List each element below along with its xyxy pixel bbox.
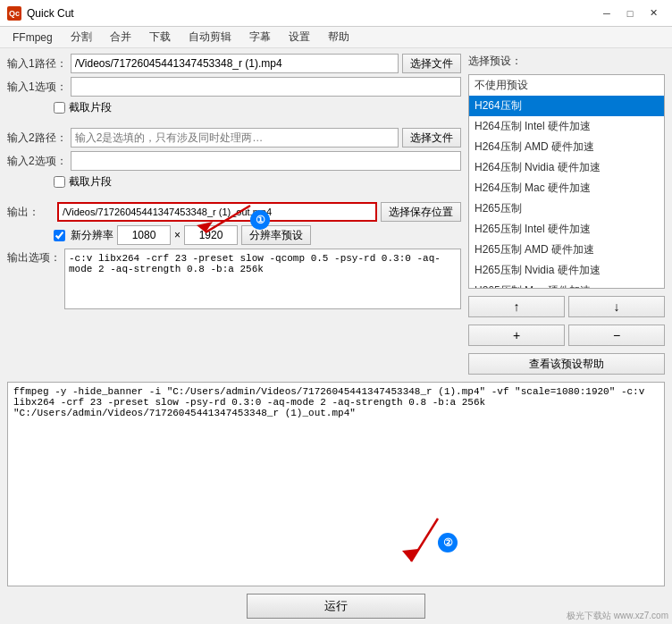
input1-options-input[interactable] xyxy=(71,77,461,97)
main-content: 输入1路径： 选择文件 输入1选项： 截取片段 输入2路径： xyxy=(0,48,672,624)
menu-merge[interactable]: 合并 xyxy=(101,27,140,47)
preset-item-3[interactable]: H264压制 AMD 硬件加速 xyxy=(469,137,664,157)
minimize-button[interactable]: ─ xyxy=(595,4,618,22)
app-icon: Qc xyxy=(7,6,21,21)
input2-clip-checkbox[interactable] xyxy=(54,176,65,188)
window-controls: ─ □ ✕ xyxy=(595,4,665,22)
input2-path-label: 输入2路径： xyxy=(7,131,67,146)
resolution-preset-button[interactable]: 分辨率预设 xyxy=(241,225,311,245)
watermark: 极光下载站 www.xz7.com xyxy=(567,610,668,622)
output-row: 输出： 选择保存位置 xyxy=(7,202,461,222)
preset-up-button[interactable]: ↑ xyxy=(468,296,565,317)
preset-add-remove: + − xyxy=(468,325,665,346)
close-button[interactable]: ✕ xyxy=(642,4,665,22)
output-options-label: 输出选项： xyxy=(7,249,61,266)
preset-item-1[interactable]: H264压制 xyxy=(469,96,664,116)
output-options-area: 输出选项： xyxy=(7,249,461,309)
preset-item-7[interactable]: H265压制 Intel 硬件加速 xyxy=(469,219,664,240)
title-bar: Qc Quick Cut ─ □ ✕ xyxy=(0,0,672,27)
menu-settings[interactable]: 设置 xyxy=(280,27,319,47)
menu-download[interactable]: 下载 xyxy=(140,27,180,47)
command-textarea[interactable] xyxy=(7,382,665,586)
input2-options-input[interactable] xyxy=(71,151,461,171)
menu-subtitle[interactable]: 字幕 xyxy=(240,27,280,47)
preset-item-6[interactable]: H265压制 xyxy=(469,198,664,219)
preset-label: 选择预设： xyxy=(468,54,665,69)
input1-options-row: 输入1选项： xyxy=(7,77,461,97)
input1-clip-row: 截取片段 xyxy=(7,100,461,115)
resolution-x-label: × xyxy=(174,229,181,241)
output-save-button[interactable]: 选择保存位置 xyxy=(381,202,461,222)
input2-clip-row: 截取片段 xyxy=(7,174,461,190)
preset-item-9[interactable]: H265压制 Nvidia 硬件加速 xyxy=(469,260,664,281)
input2-options-label: 输入2选项： xyxy=(7,154,67,169)
input1-path-input[interactable] xyxy=(71,54,399,73)
view-preset-help-button[interactable]: 查看该预设帮助 xyxy=(468,353,665,375)
resolution-height-input[interactable] xyxy=(184,225,238,245)
input1-path-row: 输入1路径： 选择文件 xyxy=(7,54,461,73)
preset-list[interactable]: 不使用预设H264压制H264压制 Intel 硬件加速H264压制 AMD 硬… xyxy=(468,74,665,289)
preset-remove-button[interactable]: − xyxy=(568,325,665,346)
preset-down-button[interactable]: ↓ xyxy=(568,296,665,317)
preset-item-4[interactable]: H264压制 Nvidia 硬件加速 xyxy=(469,157,664,178)
input2-options-row: 输入2选项： xyxy=(7,151,461,171)
menu-ffmpeg[interactable]: FFmpeg xyxy=(4,27,62,47)
input2-choose-button[interactable]: 选择文件 xyxy=(402,128,461,148)
preset-item-0[interactable]: 不使用预设 xyxy=(469,75,664,96)
command-section xyxy=(0,378,672,590)
input1-options-label: 输入1选项： xyxy=(7,80,67,95)
preset-item-2[interactable]: H264压制 Intel 硬件加速 xyxy=(469,116,664,137)
input1-choose-button[interactable]: 选择文件 xyxy=(402,54,461,73)
output-path-input[interactable] xyxy=(57,202,377,222)
menu-bar: FFmpeg 分割 合并 下载 自动剪辑 字幕 设置 帮助 xyxy=(0,27,672,48)
output-label: 输出： xyxy=(7,205,54,220)
resolution-row: 新分辨率 × 分辨率预设 xyxy=(7,225,461,245)
run-button[interactable]: 运行 xyxy=(247,594,425,619)
preset-add-button[interactable]: + xyxy=(468,325,565,346)
top-section: 输入1路径： 选择文件 输入1选项： 截取片段 输入2路径： xyxy=(0,48,672,378)
resolution-checkbox[interactable] xyxy=(54,230,65,241)
preset-item-8[interactable]: H265压制 AMD 硬件加速 xyxy=(469,240,664,260)
input2-path-row: 输入2路径： 选择文件 xyxy=(7,128,461,148)
input1-clip-checkbox[interactable] xyxy=(54,102,65,114)
preset-item-10[interactable]: H265压制 Mac 硬件加速 xyxy=(469,281,664,289)
output-options-textarea[interactable] xyxy=(64,249,461,309)
resolution-label: 新分辨率 xyxy=(71,228,113,243)
input2-path-input[interactable] xyxy=(71,128,399,148)
maximize-button[interactable]: □ xyxy=(618,4,642,22)
input2-clip-label: 截取片段 xyxy=(69,174,112,190)
resolution-width-input[interactable] xyxy=(117,225,171,245)
right-panel: 选择预设： 不使用预设H264压制H264压制 Intel 硬件加速H264压制… xyxy=(468,54,665,375)
input1-path-label: 输入1路径： xyxy=(7,56,67,72)
menu-auto-edit[interactable]: 自动剪辑 xyxy=(180,27,240,47)
preset-item-5[interactable]: H264压制 Mac 硬件加速 xyxy=(469,178,664,198)
preset-arrows: ↑ ↓ xyxy=(468,296,665,317)
left-panel: 输入1路径： 选择文件 输入1选项： 截取片段 输入2路径： xyxy=(7,54,461,375)
menu-help[interactable]: 帮助 xyxy=(319,27,358,47)
menu-split[interactable]: 分割 xyxy=(62,27,101,47)
input1-clip-label: 截取片段 xyxy=(69,100,112,115)
app-title: Quick Cut xyxy=(27,7,595,20)
